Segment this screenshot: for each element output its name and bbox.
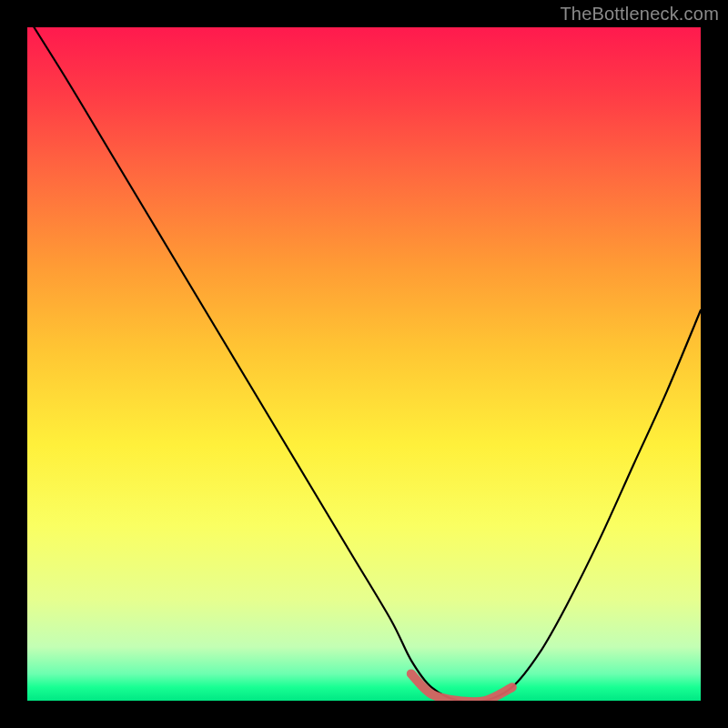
bottleneck-curve [34, 27, 701, 701]
chart-frame: TheBottleneck.com [0, 0, 728, 728]
plot-area [27, 27, 701, 701]
curve-layer [27, 27, 701, 701]
optimal-range-marker [411, 673, 512, 701]
watermark-text: TheBottleneck.com [560, 4, 719, 25]
